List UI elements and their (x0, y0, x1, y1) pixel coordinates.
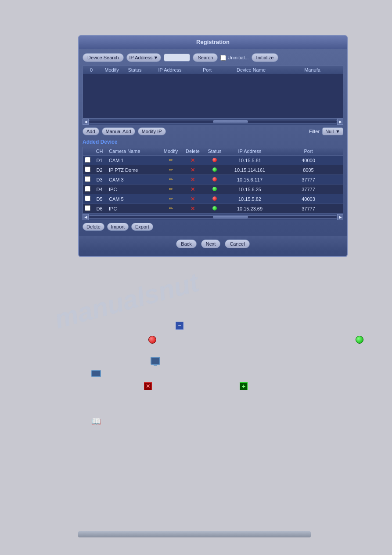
row-checkbox[interactable] (85, 167, 90, 172)
delete-x-icon: ✕ (191, 157, 195, 163)
row-modify-icon[interactable]: ✏ (160, 175, 182, 184)
row-checkbox[interactable] (85, 205, 90, 211)
col-devname-header: Device Name (220, 66, 282, 74)
col-modify-header: Modify (100, 66, 124, 74)
filter-dropdown[interactable]: Null ▼ (322, 127, 343, 135)
uninit-checkbox[interactable] (220, 55, 226, 61)
scroll-right-arrow[interactable]: ▶ (337, 119, 343, 125)
row-checkbox[interactable] (85, 157, 90, 163)
lower-table-body: D1 CAM 1 ✏ ✕ 10.15.5.81 40000 D2 IP PTZ … (83, 156, 343, 214)
scrollbar-thumb[interactable] (213, 120, 248, 123)
row-ip: 10.15.6.25 (226, 185, 274, 193)
row-delete-icon[interactable]: ✕ (182, 185, 204, 194)
scroll-left-arrow[interactable]: ◀ (83, 119, 89, 125)
bottom-btn-row: Delete Import Export (79, 220, 347, 233)
uninit-checkbox-label[interactable]: Uninitial... (220, 55, 248, 61)
lower-scrollbar-track[interactable] (89, 215, 337, 219)
green-plus-icon: + (240, 382, 248, 390)
row-ip: 10.15.6.117 (226, 176, 274, 184)
upper-table-scrollbar[interactable]: ◀ ▶ (83, 119, 343, 125)
lower-col-port-header: Port (274, 147, 343, 155)
row-delete-icon[interactable]: ✕ (182, 166, 204, 174)
ip-address-dropdown[interactable]: IP Address ▼ (126, 53, 162, 62)
row-status (204, 166, 226, 174)
status-indicator (212, 196, 217, 201)
row-status (204, 195, 226, 203)
row-ch: D1 (92, 156, 107, 164)
col-manuf-header: Manufa (282, 66, 343, 74)
lower-scrollbar-thumb[interactable] (213, 216, 248, 218)
blue-minus-icon: − (176, 322, 183, 330)
delete-button[interactable]: Delete (83, 223, 104, 231)
row-ch: D5 (92, 195, 107, 203)
row-modify-icon[interactable]: ✏ (160, 166, 182, 174)
lower-scroll-right-arrow[interactable]: ▶ (337, 214, 343, 220)
dialog-title: Registration (79, 36, 347, 49)
export-button[interactable]: Export (131, 223, 153, 231)
table-row: D3 CAM 3 ✏ ✕ 10.15.6.117 37777 (83, 175, 343, 185)
search-input[interactable] (164, 54, 190, 62)
search-button[interactable]: Search (193, 53, 218, 62)
add-button[interactable]: Add (83, 127, 99, 135)
modify-ip-button[interactable]: Modify IP (138, 127, 166, 135)
monitor-icon (151, 357, 160, 365)
row-delete-icon[interactable]: ✕ (182, 195, 204, 203)
next-button[interactable]: Next (201, 239, 221, 248)
row-ch: D3 (92, 176, 107, 184)
row-cam-name: IPC (107, 185, 160, 193)
status-indicator (212, 187, 217, 191)
delete-x-icon: ✕ (191, 196, 195, 202)
status-indicator (212, 177, 217, 181)
added-device-label: Added Device (79, 138, 347, 147)
table-row: D1 CAM 1 ✏ ✕ 10.15.5.81 40000 (83, 156, 343, 165)
row-checkbox-cell (83, 156, 92, 165)
minus-icon-box: − (175, 321, 184, 330)
device-search-button[interactable]: Device Search (83, 53, 124, 62)
row-modify-icon[interactable]: ✏ (160, 156, 182, 164)
scrollbar-track[interactable] (89, 120, 337, 123)
edit-pencil-icon: ✏ (169, 206, 173, 211)
col-num-header: 0 (83, 66, 100, 74)
row-checkbox[interactable] (85, 176, 90, 182)
row-status (204, 205, 226, 213)
edit-pencil-icon: ✏ (169, 177, 173, 182)
filter-arrow-icon: ▼ (335, 129, 340, 134)
import-button[interactable]: Import (107, 223, 129, 231)
row-delete-icon[interactable]: ✕ (182, 156, 204, 165)
status-indicator (212, 167, 217, 172)
lower-col-mod-header: Modify (160, 147, 182, 155)
row-checkbox[interactable] (85, 196, 90, 201)
row-delete-icon[interactable]: ✕ (182, 204, 204, 213)
green-status-icon (356, 336, 363, 344)
row-delete-icon[interactable]: ✕ (182, 175, 204, 184)
lower-scroll-left-arrow[interactable]: ◀ (83, 214, 89, 220)
row-modify-icon[interactable]: ✏ (160, 204, 182, 213)
registration-dialog: Registration Device Search IP Address ▼ … (78, 35, 348, 257)
row-modify-icon[interactable]: ✏ (160, 195, 182, 203)
manual-add-button[interactable]: Manual Add (102, 127, 135, 135)
upper-table-body (83, 74, 343, 118)
cancel-button[interactable]: Cancel (225, 239, 249, 248)
status-indicator (212, 158, 217, 162)
status-indicator (212, 206, 217, 210)
initialize-button[interactable]: Initialize (252, 53, 279, 62)
lower-col-ip-header: IP Address (226, 147, 274, 155)
edit-pencil-icon: ✏ (169, 186, 173, 192)
row-modify-icon[interactable]: ✏ (160, 185, 182, 193)
row-cam-name: IP PTZ Dome (107, 166, 160, 174)
row-checkbox-cell (83, 194, 92, 203)
row-checkbox-cell (83, 175, 92, 184)
row-port: 37777 (274, 205, 343, 213)
row-checkbox[interactable] (85, 186, 90, 192)
row-ip: 10.15.23.69 (226, 205, 274, 213)
upper-table: 0 Modify Status IP Address Port Device N… (83, 65, 343, 119)
delete-x-icon: ✕ (191, 206, 195, 212)
lower-table-scrollbar[interactable]: ◀ ▶ (83, 214, 343, 220)
row-checkbox-cell (83, 165, 92, 174)
back-button[interactable]: Back (176, 239, 196, 248)
table-row: D2 IP PTZ Dome ✏ ✕ 10.15.114.161 8005 (83, 165, 343, 175)
lower-col-st-header: Status (204, 147, 226, 155)
delete-x-icon: ✕ (191, 167, 195, 173)
toolbar: Device Search IP Address ▼ Search Uninit… (79, 51, 347, 64)
row-port: 40000 (274, 156, 343, 164)
